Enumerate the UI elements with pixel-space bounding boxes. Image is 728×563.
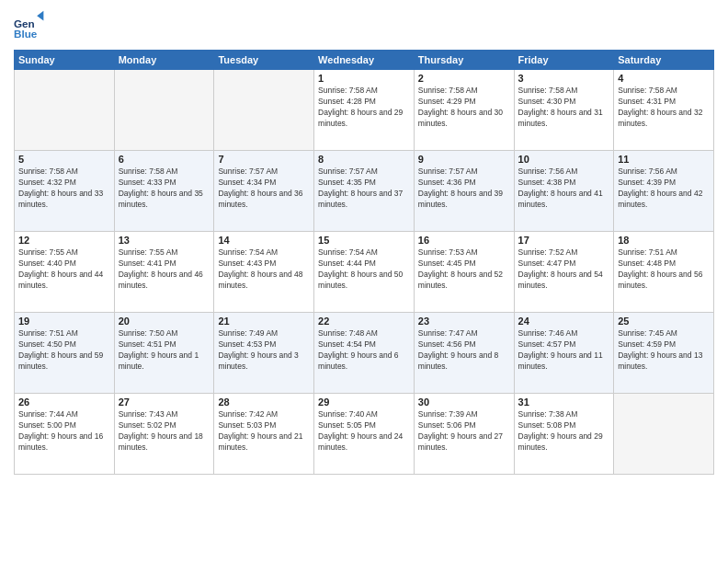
daylight-text: Daylight: 8 hours and 32 minutes. bbox=[618, 108, 710, 130]
sunset-text: Sunset: 4:43 PM bbox=[218, 259, 310, 270]
day-number: 5 bbox=[18, 154, 110, 165]
day-number: 1 bbox=[318, 73, 410, 84]
daylight-text: Daylight: 8 hours and 31 minutes. bbox=[518, 108, 610, 130]
day-number: 11 bbox=[618, 154, 710, 165]
sunrise-text: Sunrise: 7:57 AM bbox=[318, 167, 410, 178]
day-number: 29 bbox=[318, 396, 410, 408]
sunset-text: Sunset: 4:38 PM bbox=[518, 178, 610, 189]
day-info: Sunrise: 7:40 AMSunset: 5:05 PMDaylight:… bbox=[318, 409, 410, 454]
sunrise-text: Sunrise: 7:51 AM bbox=[618, 247, 710, 259]
day-info: Sunrise: 7:56 AMSunset: 4:39 PMDaylight:… bbox=[618, 167, 710, 211]
table-row: 20Sunrise: 7:50 AMSunset: 4:51 PMDayligh… bbox=[114, 313, 214, 394]
daylight-text: Daylight: 8 hours and 46 minutes. bbox=[119, 270, 210, 292]
day-info: Sunrise: 7:58 AMSunset: 4:32 PMDaylight:… bbox=[18, 167, 110, 211]
col-saturday: Saturday bbox=[614, 51, 714, 70]
sunrise-text: Sunrise: 7:58 AM bbox=[119, 167, 210, 178]
col-friday: Friday bbox=[514, 51, 614, 70]
table-row: 5Sunrise: 7:58 AMSunset: 4:32 PMDaylight… bbox=[15, 151, 115, 232]
daylight-text: Daylight: 9 hours and 8 minutes. bbox=[418, 350, 510, 373]
day-number: 8 bbox=[318, 154, 410, 165]
day-info: Sunrise: 7:58 AMSunset: 4:29 PMDaylight:… bbox=[418, 86, 510, 130]
sunrise-text: Sunrise: 7:58 AM bbox=[318, 86, 410, 97]
sunset-text: Sunset: 5:08 PM bbox=[518, 420, 610, 431]
table-row: 11Sunrise: 7:56 AMSunset: 4:39 PMDayligh… bbox=[614, 151, 714, 232]
daylight-text: Daylight: 8 hours and 37 minutes. bbox=[318, 189, 410, 211]
day-info: Sunrise: 7:54 AMSunset: 4:43 PMDaylight:… bbox=[218, 247, 310, 292]
sunrise-text: Sunrise: 7:46 AM bbox=[518, 328, 610, 339]
day-info: Sunrise: 7:38 AMSunset: 5:08 PMDaylight:… bbox=[518, 409, 610, 454]
table-row: 26Sunrise: 7:44 AMSunset: 5:00 PMDayligh… bbox=[15, 394, 115, 475]
table-row: 28Sunrise: 7:42 AMSunset: 5:03 PMDayligh… bbox=[214, 394, 314, 475]
sunrise-text: Sunrise: 7:47 AM bbox=[418, 328, 510, 339]
sunrise-text: Sunrise: 7:42 AM bbox=[218, 409, 310, 420]
daylight-text: Daylight: 8 hours and 42 minutes. bbox=[618, 189, 710, 211]
sunrise-text: Sunrise: 7:50 AM bbox=[119, 328, 210, 339]
col-sunday: Sunday bbox=[15, 51, 115, 70]
day-info: Sunrise: 7:58 AMSunset: 4:33 PMDaylight:… bbox=[119, 167, 210, 211]
sunrise-text: Sunrise: 7:55 AM bbox=[18, 247, 110, 259]
sunrise-text: Sunrise: 7:58 AM bbox=[18, 167, 110, 178]
sunset-text: Sunset: 4:35 PM bbox=[318, 178, 410, 189]
table-row: 7Sunrise: 7:57 AMSunset: 4:34 PMDaylight… bbox=[214, 151, 314, 232]
table-row: 14Sunrise: 7:54 AMSunset: 4:43 PMDayligh… bbox=[214, 232, 314, 313]
sunset-text: Sunset: 4:56 PM bbox=[418, 339, 510, 350]
sunset-text: Sunset: 5:03 PM bbox=[218, 420, 310, 431]
svg-text:Blue: Blue bbox=[14, 28, 38, 40]
calendar-week-row: 26Sunrise: 7:44 AMSunset: 5:00 PMDayligh… bbox=[15, 394, 714, 475]
sunset-text: Sunset: 4:50 PM bbox=[18, 339, 110, 350]
table-row: 22Sunrise: 7:48 AMSunset: 4:54 PMDayligh… bbox=[314, 313, 415, 394]
day-info: Sunrise: 7:42 AMSunset: 5:03 PMDaylight:… bbox=[218, 409, 310, 454]
day-info: Sunrise: 7:47 AMSunset: 4:56 PMDaylight:… bbox=[418, 328, 510, 373]
sunrise-text: Sunrise: 7:38 AM bbox=[518, 409, 610, 420]
table-row: 16Sunrise: 7:53 AMSunset: 4:45 PMDayligh… bbox=[414, 232, 514, 313]
day-info: Sunrise: 7:46 AMSunset: 4:57 PMDaylight:… bbox=[518, 328, 610, 373]
day-info: Sunrise: 7:53 AMSunset: 4:45 PMDaylight:… bbox=[418, 247, 510, 292]
day-info: Sunrise: 7:54 AMSunset: 4:44 PMDaylight:… bbox=[318, 247, 410, 292]
daylight-text: Daylight: 9 hours and 6 minutes. bbox=[318, 350, 410, 373]
page-header: Gen Blue bbox=[14, 9, 714, 42]
daylight-text: Daylight: 9 hours and 1 minute. bbox=[119, 350, 210, 373]
table-row: 13Sunrise: 7:55 AMSunset: 4:41 PMDayligh… bbox=[114, 232, 214, 313]
daylight-text: Daylight: 8 hours and 48 minutes. bbox=[218, 270, 310, 292]
logo-icon: Gen Blue bbox=[14, 9, 47, 42]
day-info: Sunrise: 7:49 AMSunset: 4:53 PMDaylight:… bbox=[218, 328, 310, 373]
day-info: Sunrise: 7:58 AMSunset: 4:31 PMDaylight:… bbox=[618, 86, 710, 130]
calendar-week-row: 19Sunrise: 7:51 AMSunset: 4:50 PMDayligh… bbox=[15, 313, 714, 394]
daylight-text: Daylight: 8 hours and 33 minutes. bbox=[18, 189, 110, 211]
logo: Gen Blue bbox=[14, 9, 49, 42]
daylight-text: Daylight: 9 hours and 18 minutes. bbox=[119, 431, 210, 454]
sunrise-text: Sunrise: 7:54 AM bbox=[218, 247, 310, 259]
sunset-text: Sunset: 4:40 PM bbox=[18, 259, 110, 270]
daylight-text: Daylight: 9 hours and 11 minutes. bbox=[518, 350, 610, 373]
day-number: 25 bbox=[618, 316, 710, 327]
day-number: 27 bbox=[119, 396, 210, 408]
table-row: 27Sunrise: 7:43 AMSunset: 5:02 PMDayligh… bbox=[114, 394, 214, 475]
sunrise-text: Sunrise: 7:55 AM bbox=[119, 247, 210, 259]
table-row: 29Sunrise: 7:40 AMSunset: 5:05 PMDayligh… bbox=[314, 394, 415, 475]
table-row: 18Sunrise: 7:51 AMSunset: 4:48 PMDayligh… bbox=[614, 232, 714, 313]
daylight-text: Daylight: 8 hours and 41 minutes. bbox=[518, 189, 610, 211]
day-number: 13 bbox=[119, 235, 210, 246]
day-info: Sunrise: 7:51 AMSunset: 4:48 PMDaylight:… bbox=[618, 247, 710, 292]
day-info: Sunrise: 7:44 AMSunset: 5:00 PMDaylight:… bbox=[18, 409, 110, 454]
table-row: 30Sunrise: 7:39 AMSunset: 5:06 PMDayligh… bbox=[414, 394, 514, 475]
sunset-text: Sunset: 4:28 PM bbox=[318, 97, 410, 108]
day-number: 4 bbox=[618, 73, 710, 84]
daylight-text: Daylight: 8 hours and 44 minutes. bbox=[18, 270, 110, 292]
sunrise-text: Sunrise: 7:45 AM bbox=[618, 328, 710, 339]
day-number: 19 bbox=[18, 316, 110, 327]
daylight-text: Daylight: 9 hours and 24 minutes. bbox=[318, 431, 410, 454]
table-row bbox=[614, 394, 714, 475]
col-monday: Monday bbox=[114, 51, 214, 70]
daylight-text: Daylight: 8 hours and 50 minutes. bbox=[318, 270, 410, 292]
day-number: 9 bbox=[418, 154, 510, 165]
day-info: Sunrise: 7:57 AMSunset: 4:36 PMDaylight:… bbox=[418, 167, 510, 211]
table-row: 8Sunrise: 7:57 AMSunset: 4:35 PMDaylight… bbox=[314, 151, 415, 232]
day-info: Sunrise: 7:39 AMSunset: 5:06 PMDaylight:… bbox=[418, 409, 510, 454]
day-number: 21 bbox=[218, 316, 310, 327]
sunset-text: Sunset: 4:57 PM bbox=[518, 339, 610, 350]
day-info: Sunrise: 7:56 AMSunset: 4:38 PMDaylight:… bbox=[518, 167, 610, 211]
day-number: 7 bbox=[218, 154, 310, 165]
sunset-text: Sunset: 4:41 PM bbox=[119, 259, 210, 270]
sunset-text: Sunset: 5:00 PM bbox=[18, 420, 110, 431]
